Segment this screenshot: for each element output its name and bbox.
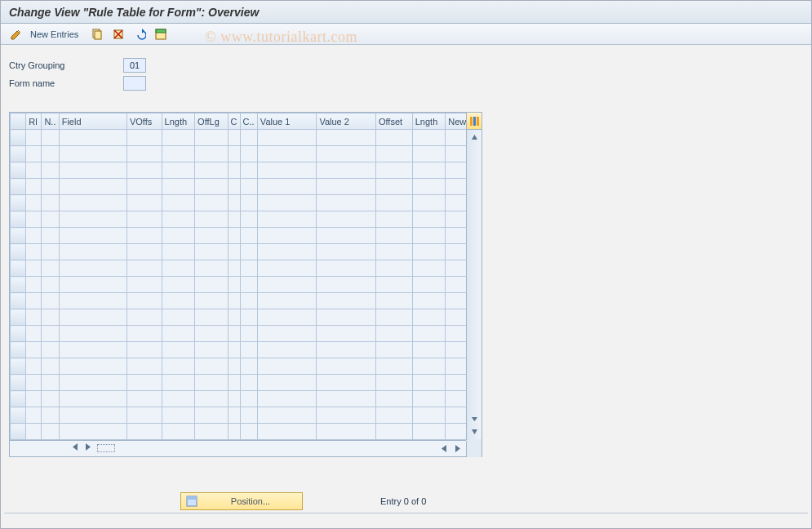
cell[interactable] <box>228 228 240 244</box>
cell[interactable] <box>26 146 42 162</box>
cell[interactable] <box>412 293 446 309</box>
cell[interactable] <box>228 211 240 228</box>
cell[interactable] <box>317 179 376 195</box>
cell[interactable] <box>240 358 257 375</box>
col-header-5[interactable]: OffLg <box>195 113 229 130</box>
cell[interactable] <box>42 407 59 424</box>
cell[interactable] <box>240 179 257 195</box>
col-header-0[interactable]: Rl <box>26 113 42 130</box>
cell[interactable] <box>446 260 468 277</box>
cell[interactable] <box>195 162 229 179</box>
cell[interactable] <box>126 326 162 342</box>
cell[interactable] <box>126 407 162 424</box>
cell[interactable] <box>26 179 42 195</box>
cell[interactable] <box>126 162 162 179</box>
cell[interactable] <box>195 293 229 309</box>
cell[interactable] <box>162 375 195 391</box>
row-selector[interactable] <box>11 244 26 260</box>
cell[interactable] <box>228 391 240 407</box>
cell[interactable] <box>240 228 257 244</box>
cell[interactable] <box>317 424 376 440</box>
cell[interactable] <box>59 244 126 260</box>
cell[interactable] <box>26 293 42 309</box>
position-button[interactable]: Position... <box>180 492 303 510</box>
cell[interactable] <box>446 358 468 375</box>
copy-as-button[interactable] <box>88 26 106 42</box>
cell[interactable] <box>59 277 126 293</box>
cell[interactable] <box>240 130 257 146</box>
cell[interactable] <box>375 391 412 407</box>
undo-change-button[interactable] <box>131 26 149 42</box>
cell[interactable] <box>26 228 42 244</box>
cell[interactable] <box>375 244 412 260</box>
cell[interactable] <box>317 342 376 358</box>
cell[interactable] <box>375 342 412 358</box>
cell[interactable] <box>446 179 468 195</box>
cell[interactable] <box>126 391 162 407</box>
cell[interactable] <box>228 309 240 326</box>
cell[interactable] <box>126 260 162 277</box>
cell[interactable] <box>26 358 42 375</box>
cell[interactable] <box>375 260 412 277</box>
cell[interactable] <box>126 424 162 440</box>
cell[interactable] <box>375 424 412 440</box>
cell[interactable] <box>195 244 229 260</box>
cell[interactable] <box>317 293 376 309</box>
cell[interactable] <box>446 195 468 211</box>
cell[interactable] <box>257 146 317 162</box>
cell[interactable] <box>317 309 376 326</box>
cell[interactable] <box>240 244 257 260</box>
col-header-8[interactable]: Value 1 <box>257 113 317 130</box>
scroll-left2-icon[interactable] <box>439 442 450 455</box>
cell[interactable] <box>228 424 240 440</box>
cell[interactable] <box>317 228 376 244</box>
cell[interactable] <box>257 375 317 391</box>
cell[interactable] <box>59 391 126 407</box>
cell[interactable] <box>195 391 229 407</box>
cell[interactable] <box>26 407 42 424</box>
cell[interactable] <box>228 130 240 146</box>
cell[interactable] <box>228 260 240 277</box>
cell[interactable] <box>412 211 446 228</box>
row-selector[interactable] <box>11 326 26 342</box>
cell[interactable] <box>162 326 195 342</box>
cell[interactable] <box>317 162 376 179</box>
cell[interactable] <box>412 162 446 179</box>
cell[interactable] <box>446 228 468 244</box>
cell[interactable] <box>446 424 468 440</box>
scroll-down-icon[interactable] <box>468 425 481 438</box>
cell[interactable] <box>59 309 126 326</box>
cell[interactable] <box>228 244 240 260</box>
cell[interactable] <box>375 228 412 244</box>
new-entries-button[interactable]: New Entries <box>29 29 85 39</box>
cell[interactable] <box>446 342 468 358</box>
cell[interactable] <box>42 309 59 326</box>
cell[interactable] <box>317 391 376 407</box>
ctry-grouping-value[interactable]: 01 <box>123 58 146 73</box>
horizontal-scrollbar[interactable] <box>10 440 466 456</box>
row-selector[interactable] <box>11 309 26 326</box>
cell[interactable] <box>162 277 195 293</box>
cell[interactable] <box>228 375 240 391</box>
cell[interactable] <box>446 130 468 146</box>
cell[interactable] <box>228 277 240 293</box>
cell[interactable] <box>59 228 126 244</box>
cell[interactable] <box>412 407 446 424</box>
cell[interactable] <box>195 277 229 293</box>
cell[interactable] <box>26 424 42 440</box>
cell[interactable] <box>375 407 412 424</box>
cell[interactable] <box>195 146 229 162</box>
cell[interactable] <box>42 228 59 244</box>
cell[interactable] <box>257 228 317 244</box>
cell[interactable] <box>59 358 126 375</box>
row-selector[interactable] <box>11 211 26 228</box>
cell[interactable] <box>59 342 126 358</box>
cell[interactable] <box>162 407 195 424</box>
cell[interactable] <box>257 358 317 375</box>
cell[interactable] <box>26 211 42 228</box>
col-header-12[interactable]: New <box>446 113 468 130</box>
cell[interactable] <box>446 293 468 309</box>
cell[interactable] <box>317 407 376 424</box>
cell[interactable] <box>257 326 317 342</box>
cell[interactable] <box>126 130 162 146</box>
